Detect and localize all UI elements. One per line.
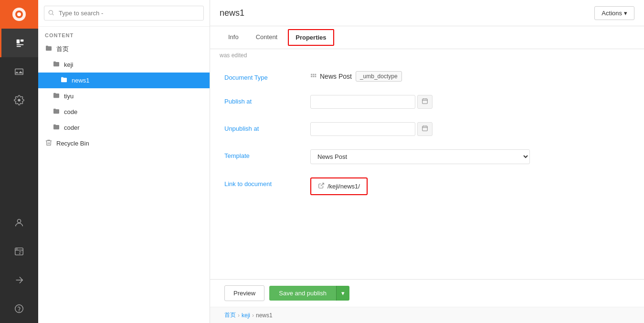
unpublish-at-calendar-button[interactable] xyxy=(417,122,433,136)
publish-at-label: Publish at xyxy=(224,95,310,105)
page-title: news1 xyxy=(220,8,244,18)
main-area: news1 Actions ▾ Info Content Properties … xyxy=(210,0,644,323)
content-area: Document Type News Post _umb_doctype Pub… xyxy=(210,62,644,279)
actions-label: Actions xyxy=(602,10,622,17)
was-edited-text: was edited xyxy=(210,49,644,62)
tree-item-coder[interactable]: coder xyxy=(38,120,210,135)
link-to-doc-label: Link to document xyxy=(224,177,310,188)
tree-item-news1[interactable]: news1 xyxy=(38,73,210,88)
nav-settings[interactable] xyxy=(0,86,38,115)
unpublish-at-input[interactable] xyxy=(310,122,415,136)
sidebar: CONTENT 首页 keji news1 tiyu code coder xyxy=(38,0,210,323)
link-to-doc-text: /keji/news1/ xyxy=(327,183,360,190)
breadcrumb-sep-2: › xyxy=(252,312,254,319)
tree-item-home-label: 首页 xyxy=(56,45,69,53)
tree-item-coder-label: coder xyxy=(64,124,80,131)
tree-item-tiyu[interactable]: tiyu xyxy=(38,88,210,104)
preview-button[interactable]: Preview xyxy=(224,285,264,301)
content-section-label: CONTENT xyxy=(38,27,210,41)
save-and-publish-button[interactable]: Save and publish xyxy=(269,286,336,301)
recycle-bin-item[interactable]: Recycle Bin xyxy=(38,135,210,151)
template-select[interactable]: News Post xyxy=(310,149,530,164)
tree-item-keji[interactable]: keji xyxy=(38,57,210,73)
svg-rect-5 xyxy=(16,44,23,45)
icon-bar xyxy=(0,0,38,323)
search-input[interactable] xyxy=(44,6,204,21)
actions-chevron-icon: ▾ xyxy=(624,10,627,17)
link-to-doc-link[interactable]: /keji/news1/ xyxy=(310,177,368,195)
footer-actions: Preview Save and publish ▾ xyxy=(210,279,644,307)
svg-rect-4 xyxy=(20,40,23,42)
svg-point-8 xyxy=(17,219,21,223)
svg-rect-22 xyxy=(315,76,316,77)
template-row: Template News Post xyxy=(224,149,630,164)
svg-rect-19 xyxy=(315,74,316,75)
search-icon xyxy=(48,9,54,17)
save-dropdown-icon: ▾ xyxy=(341,290,345,297)
svg-rect-23 xyxy=(422,99,428,104)
recycle-bin-label: Recycle Bin xyxy=(56,140,89,147)
publish-at-value xyxy=(310,95,630,109)
nav-members[interactable] xyxy=(0,237,38,266)
doc-type-value: News Post _umb_doctype xyxy=(310,71,630,82)
main-header: news1 Actions ▾ xyxy=(210,0,644,26)
save-publish-dropdown-button[interactable]: ▾ xyxy=(336,286,349,301)
external-link-icon xyxy=(318,182,325,190)
svg-rect-7 xyxy=(15,69,23,75)
actions-button[interactable]: Actions ▾ xyxy=(594,6,634,20)
doc-type-tag: _umb_doctype xyxy=(356,71,402,82)
breadcrumb: 首页 › keji › news1 xyxy=(210,307,644,323)
svg-rect-27 xyxy=(422,126,428,131)
template-value: News Post xyxy=(310,149,630,164)
breadcrumb-news1: news1 xyxy=(256,312,273,319)
tree-item-code[interactable]: code xyxy=(38,104,210,120)
svg-point-14 xyxy=(15,305,23,313)
svg-line-31 xyxy=(321,183,324,186)
publish-at-input[interactable] xyxy=(310,95,415,109)
search-container xyxy=(38,0,210,27)
tabs-bar: Info Content Properties xyxy=(210,26,644,49)
trash-icon xyxy=(45,139,53,148)
doc-type-row: Document Type News Post _umb_doctype xyxy=(224,71,630,82)
unpublish-at-label: Unpublish at xyxy=(224,122,310,132)
link-to-doc-row: Link to document /keji/news1/ xyxy=(224,177,630,195)
folder-icon-code xyxy=(53,107,60,116)
app-logo[interactable] xyxy=(0,0,38,29)
tree-item-keji-label: keji xyxy=(64,61,74,68)
folder-icon-keji xyxy=(53,60,60,69)
breadcrumb-keji[interactable]: keji xyxy=(242,312,250,319)
doc-type-name: News Post xyxy=(310,73,352,80)
doc-type-label: Document Type xyxy=(224,71,310,81)
tree-item-tiyu-label: tiyu xyxy=(64,93,74,100)
folder-icon-coder xyxy=(53,123,60,132)
svg-point-16 xyxy=(49,10,53,14)
tab-properties[interactable]: Properties xyxy=(288,29,334,46)
tree-item-code-label: code xyxy=(64,108,77,115)
tree-item-home[interactable]: 首页 xyxy=(38,41,210,57)
save-publish-wrap: Save and publish ▾ xyxy=(269,286,349,301)
tab-content[interactable]: Content xyxy=(247,27,286,48)
folder-icon-news1 xyxy=(60,76,68,85)
publish-at-calendar-button[interactable] xyxy=(417,95,433,109)
tab-info[interactable]: Info xyxy=(220,27,247,48)
nav-content[interactable] xyxy=(0,29,38,57)
folder-icon-tiyu xyxy=(53,92,60,101)
svg-rect-3 xyxy=(16,40,19,43)
template-label: Template xyxy=(224,149,310,159)
unpublish-at-row: Unpublish at xyxy=(224,122,630,136)
publish-at-row: Publish at xyxy=(224,95,630,109)
breadcrumb-sep-1: › xyxy=(238,312,240,319)
nav-redirect[interactable] xyxy=(0,266,38,294)
svg-rect-21 xyxy=(313,76,314,77)
folder-icon-home xyxy=(45,44,53,53)
svg-point-2 xyxy=(17,12,21,16)
unpublish-at-value xyxy=(310,122,630,136)
nav-media[interactable] xyxy=(0,57,38,86)
breadcrumb-home[interactable]: 首页 xyxy=(224,311,236,319)
svg-point-15 xyxy=(19,311,20,311)
svg-rect-17 xyxy=(311,74,312,75)
link-to-doc-value: /keji/news1/ xyxy=(310,177,630,195)
svg-rect-6 xyxy=(16,46,21,47)
nav-help[interactable] xyxy=(0,294,38,323)
nav-users[interactable] xyxy=(0,208,38,237)
